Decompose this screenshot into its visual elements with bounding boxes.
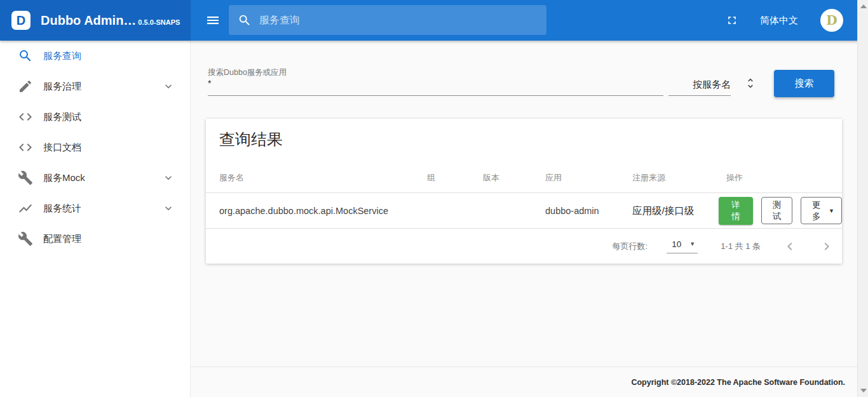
copyright-text: Copyright ©2018-2022 The Apache Software… [631,378,845,387]
search-field-value[interactable]: * [208,78,211,88]
search-icon [18,48,33,64]
chevron-down-icon [162,80,175,93]
search-field-underline [208,95,663,96]
next-page-icon[interactable] [819,239,834,254]
detail-button[interactable]: 详情 [719,197,753,225]
col-service-name: 服务名 [219,172,244,184]
sidebar-item-label: 配置管理 [43,233,81,245]
sidebar-item-label: 服务测试 [43,111,81,123]
sidebar-item-service-test[interactable]: 服务测试 [0,102,190,132]
footer: Copyright ©2018-2022 The Apache Software… [191,367,857,397]
cell-service-name: org.apache.dubbo.mock.api.MockService [219,206,388,216]
search-field-label: 搜索Dubbo服务或应用 [208,67,287,78]
sidebar-item-service-mock[interactable]: 服务Mock [0,163,190,193]
avatar[interactable]: D [820,9,843,32]
sidebar-item-service-search[interactable]: 服务查询 [0,41,190,71]
sidebar-item-label: 接口文档 [43,142,81,154]
rows-per-page-label: 每页行数: [613,241,648,252]
col-application: 应用 [545,172,562,184]
chevron-down-icon [162,172,175,184]
results-title: 查询结果 [219,129,283,150]
sidebar-item-label: 服务查询 [43,50,81,62]
app-bar: D Dubbo Admin… 0.5.0-SNAPS 简体中文 D [0,0,868,41]
sidebar-item-service-governance[interactable]: 服务治理 [0,71,190,102]
code-icon [18,140,33,155]
scroll-down-icon[interactable] [860,389,867,393]
unfold-more-icon[interactable] [744,77,757,90]
avatar-glyph: D [826,13,837,28]
menu-icon[interactable] [205,13,220,28]
language-switcher[interactable]: 简体中文 [760,0,798,41]
vertical-scrollbar[interactable] [857,0,868,397]
previous-page-icon[interactable] [782,239,797,254]
cell-registry-source: 应用级/接口级 [632,204,694,217]
cell-application: dubbo-admin [545,206,599,216]
wrench-icon [18,170,33,185]
col-version: 版本 [483,172,499,184]
toolbar-search-input[interactable] [259,15,526,26]
col-group: 组 [427,172,435,184]
sidebar-item-label: 服务Mock [43,172,85,184]
pagination: 每页行数: 10 ▼ 1-1 共 1 条 [206,229,842,264]
filter-selected-label: 按服务名 [693,79,731,91]
app-version: 0.5.0-SNAPS [138,18,180,26]
test-button[interactable]: 测试 [761,197,793,224]
rows-per-page-value: 10 [672,239,681,249]
logo-letter: D [17,14,25,27]
pencil-icon [18,79,33,94]
scroll-up-icon[interactable] [860,4,867,8]
sidebar: 服务查询 服务治理 服务测试 接口文档 服务Mock [0,41,191,397]
sidebar-item-config-management[interactable]: 配置管理 [0,224,190,254]
dubbo-logo: D [11,11,31,30]
sidebar-item-api-docs[interactable]: 接口文档 [0,132,190,163]
language-label: 简体中文 [760,15,798,27]
fullscreen-icon[interactable] [726,14,738,27]
sidebar-item-label: 服务统计 [43,203,81,215]
row-actions: 详情 测试 更多 ▼ [719,197,842,225]
table-row: org.apache.dubbo.mock.api.MockService du… [206,193,842,229]
code-icon [18,109,33,124]
more-button[interactable]: 更多 ▼ [801,197,842,224]
chevron-down-icon [162,202,175,215]
caret-down-icon: ▼ [829,208,834,214]
rows-per-page-select[interactable]: 10 ▼ [667,239,698,253]
wrench-icon [18,231,33,246]
caret-down-icon: ▼ [689,241,695,247]
trending-up-icon [18,201,33,216]
search-button[interactable]: 搜索 [774,70,834,97]
search-icon [238,13,252,27]
toolbar-search-box[interactable] [229,5,546,35]
col-registry-source: 注册来源 [632,172,665,184]
more-button-label: 更多 [808,199,824,222]
sidebar-item-service-metrics[interactable]: 服务统计 [0,193,190,224]
filter-select[interactable]: 按服务名 [668,79,731,96]
results-card: 查询结果 服务名 组 版本 应用 注册来源 操作 org.apache.dubb… [206,119,842,264]
col-operations: 操作 [726,172,743,184]
table-header: 服务名 组 版本 应用 注册来源 操作 [206,163,842,193]
sidebar-item-label: 服务治理 [43,81,81,93]
page-range: 1-1 共 1 条 [721,241,761,252]
brand-area[interactable]: D Dubbo Admin… 0.5.0-SNAPS [0,0,191,41]
app-title: Dubbo Admin… [41,13,136,28]
